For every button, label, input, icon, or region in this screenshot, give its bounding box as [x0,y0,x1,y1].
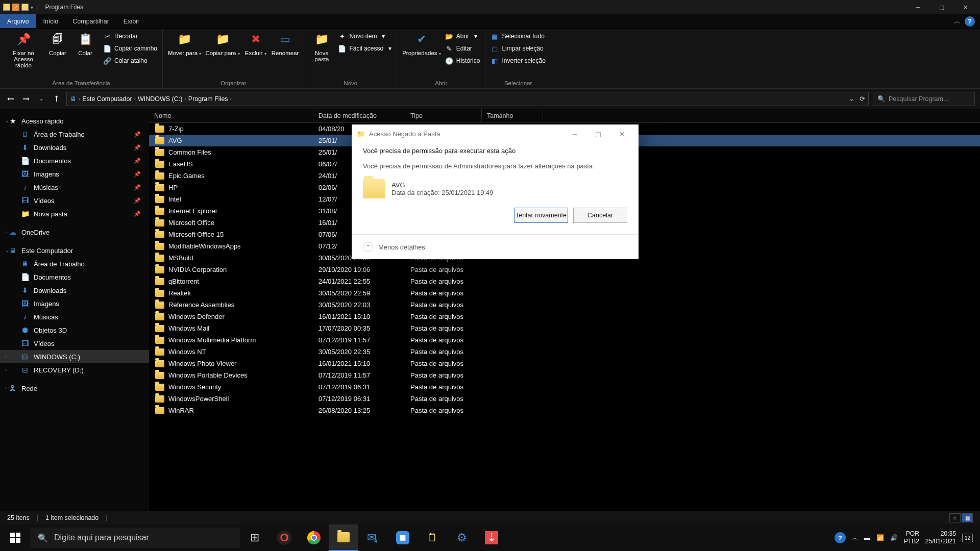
refresh-icon[interactable]: ⟳ [860,95,865,103]
qat-overflow-icon[interactable]: ▾ [31,5,33,10]
taskbar-opera[interactable]: O [270,524,299,551]
tab-view[interactable]: Exibir [116,14,146,28]
taskbar-mail[interactable]: ✉4 [358,524,388,551]
breadcrumb-item[interactable]: Este Computador [82,95,132,103]
clock[interactable]: 20:3525/01/2021 [925,530,956,545]
sidebar-desktop[interactable]: 🖥Área de Trabalho📌 [0,128,149,141]
table-row[interactable]: Windows Multimedia Platform07/12/2019 11… [149,334,980,346]
breadcrumb[interactable]: 🖥 › Este Computador › WINDOWS (C:) › Pro… [66,92,869,106]
sidebar-objects3d[interactable]: ⬢Objetos 3D [0,323,149,337]
table-row[interactable]: Reference Assemblies30/05/2020 22:03Past… [149,299,980,311]
table-row[interactable]: WindowsPowerShell07/12/2019 06:31Pasta d… [149,393,980,405]
breadcrumb-item[interactable]: WINDOWS (C:) [138,95,182,103]
sidebar-videos[interactable]: 🎞Vídeos📌 [0,194,149,207]
edit-button[interactable]: ✎Editar [445,43,480,54]
back-button[interactable]: 🠔 [5,95,16,103]
battery-icon[interactable]: ▬ [864,534,870,541]
sidebar-music-pc[interactable]: ♪Músicas [0,310,149,323]
start-button[interactable] [0,524,31,551]
retry-button[interactable]: Tentar novamente [514,208,568,223]
recent-button[interactable]: ⌄ [36,96,47,102]
taskbar-settings[interactable]: ⚙ [447,524,477,551]
pin-quick-access-button[interactable]: 📌 Fixar no Acesso rápido [5,31,42,68]
table-row[interactable]: Windows Defender16/01/2021 15:10Pasta de… [149,311,980,322]
table-row[interactable]: Windows Photo Viewer16/01/2021 15:10Past… [149,358,980,369]
copy-to-button[interactable]: 📁Copiar para ▾ [205,31,239,56]
tray-overflow-icon[interactable]: ︿ [852,534,858,542]
table-row[interactable]: Windows Portable Devices07/12/2019 11:57… [149,369,980,381]
sidebar-this-pc[interactable]: ⌄🖥Este Computador [0,244,149,257]
rename-button[interactable]: ▭Renomear [272,31,299,56]
table-row[interactable]: NVIDIA Corporation29/10/2020 19:06Pasta … [149,264,980,276]
new-item-button[interactable]: ✦Novo item▾ [338,31,391,42]
column-type[interactable]: Tipo [405,109,482,122]
cancel-button[interactable]: Cancelar [573,208,627,223]
easy-access-button[interactable]: 📄Fácil acesso▾ [338,43,391,54]
open-button[interactable]: 📂Abrir▾ [445,31,480,42]
sidebar-downloads-pc[interactable]: ⬇Downloads [0,284,149,297]
sidebar-music[interactable]: ♪Músicas📌 [0,181,149,194]
sidebar-pictures-pc[interactable]: 🖼Imagens [0,297,149,310]
sidebar-onedrive[interactable]: ›☁OneDrive [0,226,149,239]
invert-selection-button[interactable]: ◧Inverter seleção [491,55,545,66]
task-view-button[interactable]: ⊞ [240,524,270,551]
close-button[interactable]: ✕ [953,0,977,14]
help-icon[interactable]: ? [965,16,975,27]
taskbar-app[interactable]: ⇣ [477,524,506,551]
dialog-minimize[interactable]: ─ [563,124,586,143]
search-input[interactable]: 🔍 Pesquisar Program... [873,92,975,106]
paste-button[interactable]: 📋 Colar [74,31,97,56]
dialog-maximize[interactable]: ▢ [586,124,610,143]
copy-path-button[interactable]: 📄Copiar caminho [103,43,157,54]
select-none-button[interactable]: ▢Limpar seleção [491,43,545,54]
tab-share[interactable]: Compartilhar [65,14,116,28]
taskbar-zoom[interactable]: ■ [388,524,418,551]
tab-file[interactable]: Arquivo [0,14,36,28]
sidebar-new-folder[interactable]: 📁Nova pasta📌 [0,207,149,220]
table-row[interactable]: qBittorrent24/01/2021 22:55Pasta de arqu… [149,276,980,287]
select-all-button[interactable]: ▦Selecionar tudo [491,31,545,42]
taskbar-notes[interactable]: 🗒 [418,524,447,551]
sidebar-documents-pc[interactable]: 📄Documentos [0,270,149,284]
sidebar-downloads[interactable]: ⬇Downloads📌 [0,141,149,154]
sidebar-documents[interactable]: 📄Documentos📌 [0,154,149,167]
new-folder-button[interactable]: 📁Nova pasta [309,31,334,62]
history-button[interactable]: 🕘Histórico [445,55,480,66]
table-row[interactable]: Windows Security07/12/2019 06:31Pasta de… [149,381,980,393]
up-button[interactable]: 🠕 [51,95,62,103]
collapse-ribbon-icon[interactable]: ︿ [954,17,961,26]
taskbar-explorer[interactable] [329,524,358,551]
cut-button[interactable]: ✂Recortar [103,31,157,42]
sidebar-drive-c[interactable]: ›⊟WINDOWS (C:) [0,350,149,363]
wifi-icon[interactable]: 📶 [876,534,884,541]
tab-home[interactable]: Início [36,14,65,28]
paste-shortcut-button[interactable]: 🔗Colar atalho [103,55,157,66]
taskbar-search[interactable]: 🔍 Digite aqui para pesquisar [31,528,240,548]
checkbox-icon[interactable]: ✓ [12,4,19,11]
view-details-button[interactable]: ≡ [949,513,961,522]
dialog-more-details[interactable]: ⌃ Menos detalhes [352,234,639,259]
breadcrumb-item[interactable]: Program Files [188,95,228,103]
volume-icon[interactable]: 🔊 [890,534,898,541]
notifications-icon[interactable]: 12 [962,534,973,542]
copy-button[interactable]: 🗐 Copiar [46,31,69,56]
sidebar-videos-pc[interactable]: 🎞Vídeos [0,337,149,350]
dialog-close[interactable]: ✕ [610,124,633,143]
delete-button[interactable]: ✖Excluir ▾ [244,31,267,56]
column-size[interactable]: Tamanho [482,109,543,122]
taskbar-chrome[interactable] [299,524,329,551]
table-row[interactable]: Realtek30/05/2020 22:59Pasta de arquivos [149,287,980,299]
column-name[interactable]: Nome▴ [149,109,313,122]
table-row[interactable]: WinRAR26/08/2020 13:25Pasta de arquivos [149,405,980,416]
forward-button[interactable]: 🠖 [20,95,32,103]
sidebar-pictures[interactable]: 🖼Imagens📌 [0,167,149,181]
table-row[interactable]: Windows NT30/05/2020 22:35Pasta de arqui… [149,346,980,358]
chevron-down-icon[interactable]: ⌄ [849,95,854,103]
minimize-button[interactable]: ─ [906,0,930,14]
column-date[interactable]: Data de modificação [313,109,405,122]
sidebar-quick-access[interactable]: ⌄★Acesso rápido [0,114,149,128]
help-tray-icon[interactable]: ? [835,532,846,543]
view-large-button[interactable]: ▦ [962,513,973,522]
sidebar-drive-d[interactable]: ›⊟RECOVERY (D:) [0,363,149,377]
maximize-button[interactable]: ▢ [930,0,953,14]
